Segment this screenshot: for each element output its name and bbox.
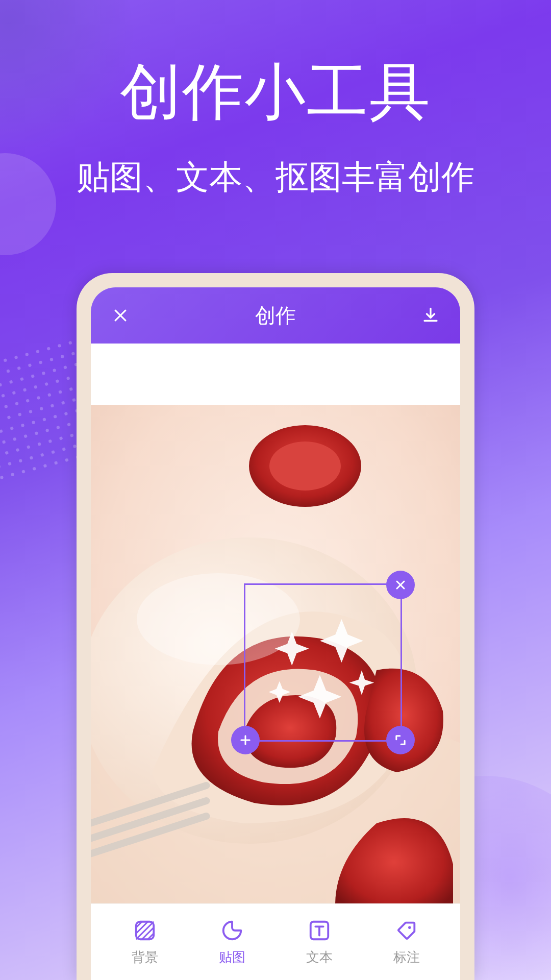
tool-sticker[interactable]: 贴图	[207, 918, 258, 966]
pattern-icon	[132, 918, 158, 943]
tool-label: 背景	[132, 948, 158, 966]
editor-canvas[interactable]	[91, 405, 460, 903]
editor-toolbar: 背景 贴图 文本 标注	[91, 903, 460, 980]
marketing-header: 创作小工具 贴图、文本、抠图丰富创作	[0, 51, 551, 200]
close-icon	[393, 578, 408, 592]
page-title: 创作小工具	[0, 51, 551, 134]
tool-label: 文本	[306, 948, 333, 966]
tag-icon	[394, 918, 419, 943]
phone-frame: 创作	[77, 273, 474, 980]
svg-point-4	[269, 442, 341, 491]
app-title: 创作	[255, 302, 296, 330]
download-button[interactable]	[419, 304, 442, 327]
selection-add-handle[interactable]	[231, 726, 260, 754]
text-icon	[307, 918, 332, 943]
selection-resize-handle[interactable]	[386, 726, 415, 754]
sticker-icon	[219, 918, 245, 943]
page-subtitle: 贴图、文本、抠图丰富创作	[0, 155, 551, 200]
close-button[interactable]	[109, 304, 132, 327]
tool-background[interactable]: 背景	[119, 918, 170, 966]
tool-text[interactable]: 文本	[294, 918, 345, 966]
download-icon	[421, 306, 440, 325]
status-spacer	[91, 344, 460, 405]
plus-icon	[238, 733, 253, 747]
tool-annotate[interactable]: 标注	[381, 918, 432, 966]
selection-delete-handle[interactable]	[386, 571, 415, 599]
app-header: 创作	[91, 287, 460, 344]
sparkle-sticker	[245, 585, 400, 740]
tool-label: 标注	[393, 948, 420, 966]
app-screen: 创作	[91, 287, 460, 980]
svg-point-11	[408, 926, 411, 929]
editor-canvas-wrap: 背景 贴图 文本 标注	[91, 344, 460, 980]
resize-icon	[393, 733, 408, 747]
sticker-selection[interactable]	[244, 583, 402, 742]
tool-label: 贴图	[219, 948, 245, 966]
close-icon	[112, 307, 129, 324]
